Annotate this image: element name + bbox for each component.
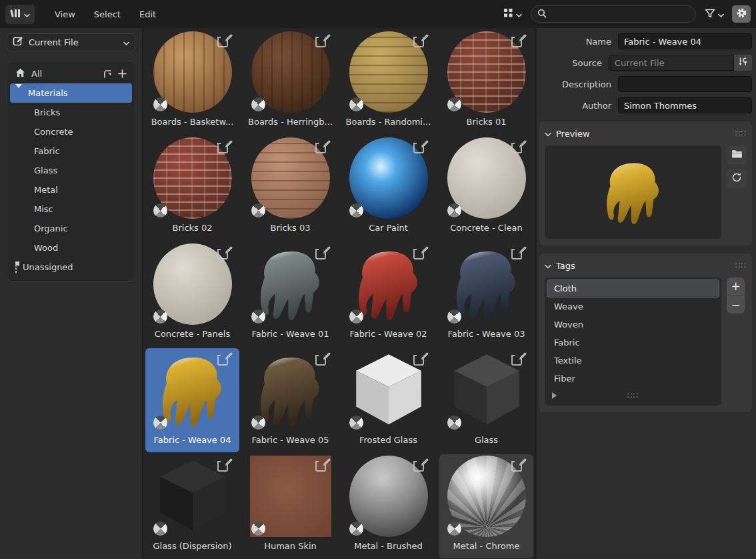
- asset-tile-metal-brushed[interactable]: Metal - Brushed: [341, 454, 435, 558]
- asset-tile-fabric-weave-05[interactable]: Fabric - Weave 05: [243, 348, 337, 452]
- sidebar-item-materials[interactable]: Materials: [10, 83, 132, 103]
- sidebar-item-glass[interactable]: Glass: [10, 161, 132, 180]
- sidebar-item-bricks[interactable]: Bricks: [10, 103, 132, 122]
- current-file-icon: [13, 36, 23, 49]
- asset-name-label: Boards - Basketw...: [145, 117, 239, 127]
- list-resize-grip-icon[interactable]: ∷∷: [627, 391, 639, 400]
- disclosure-triangle-icon[interactable]: [15, 88, 22, 98]
- menubar: ViewSelectEdit: [47, 6, 164, 23]
- filter-button[interactable]: [701, 5, 728, 23]
- thumbnail-grid-icon: [503, 8, 513, 20]
- sidebar-item-concrete[interactable]: Concrete: [10, 122, 132, 141]
- asset-name-label: Fabric - Weave 03: [439, 329, 533, 339]
- sidebar-item-fabric[interactable]: Fabric: [10, 141, 132, 161]
- chevron-down-icon: [545, 261, 551, 271]
- catalog-label: Concrete: [34, 127, 127, 137]
- chevron-down-icon: [123, 37, 129, 47]
- new-catalog-icon[interactable]: [103, 69, 127, 79]
- edit-asset-icon: [413, 351, 428, 366]
- tag-item-woven[interactable]: Woven: [547, 316, 719, 334]
- asset-tile-bricks-03[interactable]: Bricks 03: [243, 136, 337, 240]
- asset-tile-fabric-weave-02[interactable]: Fabric - Weave 02: [341, 242, 435, 346]
- author-field[interactable]: [618, 97, 752, 113]
- menu-select[interactable]: Select: [86, 6, 129, 23]
- generate-preview-button[interactable]: [727, 169, 747, 188]
- field-label: Source: [539, 58, 609, 68]
- edit-asset-icon: [315, 351, 330, 366]
- sidebar-item-unassigned[interactable]: Unassigned: [10, 257, 132, 277]
- field-row-source: Source: [539, 55, 752, 71]
- catalog-label: Glass: [34, 165, 127, 175]
- asset-tile-glass-dispersion[interactable]: Glass (Dispersion): [145, 454, 239, 558]
- sidebar-item-metal[interactable]: Metal: [10, 180, 132, 199]
- sidebar-item-misc[interactable]: Misc: [10, 199, 132, 219]
- menu-view[interactable]: View: [47, 6, 83, 23]
- panel-grip-icon[interactable]: ∷∷: [735, 261, 747, 270]
- edit-asset-icon: [217, 457, 232, 472]
- edit-asset-icon: [413, 457, 428, 472]
- tag-item-textile[interactable]: Textile: [547, 352, 719, 370]
- asset-tile-metal-chrome[interactable]: Metal - Chrome: [439, 454, 533, 558]
- asset-tile-fabric-weave-03[interactable]: Fabric - Weave 03: [439, 242, 533, 346]
- asset-tile-frosted-glass[interactable]: Frosted Glass: [341, 348, 435, 452]
- catalog-label: Wood: [34, 243, 127, 253]
- library-tools-button[interactable]: [734, 55, 752, 71]
- menu-edit[interactable]: Edit: [131, 6, 164, 23]
- search-input[interactable]: [551, 9, 689, 19]
- editor-type-button[interactable]: [5, 5, 35, 24]
- asset-tile-human-skin[interactable]: Human Skin: [243, 454, 337, 558]
- settings-gear-button[interactable]: [732, 5, 751, 23]
- name-field[interactable]: [618, 33, 752, 49]
- expand-list-icon[interactable]: [552, 392, 557, 399]
- description-field[interactable]: [618, 76, 752, 92]
- preview-panel-title: Preview: [556, 129, 731, 139]
- search-field[interactable]: [531, 5, 696, 23]
- edit-asset-icon: [413, 33, 428, 47]
- tag-item-fabric[interactable]: Fabric: [547, 334, 719, 352]
- asset-name-label: Glass (Dispersion): [145, 541, 239, 551]
- edit-asset-icon: [413, 245, 428, 259]
- edit-asset-icon: [511, 33, 526, 47]
- load-custom-preview-button[interactable]: [727, 145, 747, 165]
- sidebar-item-organic[interactable]: Organic: [10, 219, 132, 238]
- panel-grip-icon[interactable]: ∷∷: [735, 129, 747, 138]
- display-mode-button[interactable]: [499, 5, 526, 23]
- catalog-label: Fabric: [34, 146, 127, 156]
- tag-item-fiber[interactable]: Fiber: [547, 370, 719, 388]
- remove-tag-button[interactable]: −: [727, 296, 745, 314]
- source-sidebar: Current File AllMaterialsBricksConcreteF…: [0, 28, 143, 559]
- asset-tile-fabric-weave-04[interactable]: Fabric - Weave 04: [145, 348, 239, 452]
- field-row-name: Name: [539, 33, 752, 49]
- sidebar-item-wood[interactable]: Wood: [10, 238, 132, 257]
- asset-tile-concrete-panels[interactable]: Concrete - Panels: [145, 242, 239, 346]
- asset-tile-boards-herringb[interactable]: Boards - Herringb...: [243, 30, 337, 134]
- edit-asset-icon: [511, 245, 526, 259]
- asset-tile-fabric-weave-01[interactable]: Fabric - Weave 01: [243, 242, 337, 346]
- folder-icon: [731, 149, 743, 161]
- tag-item-cloth[interactable]: Cloth: [547, 280, 719, 298]
- asset-name-label: Bricks 01: [439, 117, 533, 127]
- asset-name-label: Human Skin: [243, 541, 337, 551]
- tag-item-weave[interactable]: Weave: [547, 298, 719, 316]
- edit-asset-icon: [511, 139, 526, 153]
- asset-tile-bricks-02[interactable]: Bricks 02: [145, 136, 239, 240]
- asset-tile-car-paint[interactable]: Car Paint: [341, 136, 435, 240]
- tags-list: ClothWeaveWovenFabricTextileFiber∷∷: [545, 277, 721, 406]
- asset-tile-concrete-clean[interactable]: Concrete - Clean: [439, 136, 533, 240]
- add-tag-button[interactable]: +: [727, 277, 745, 296]
- preview-panel-header[interactable]: Preview ∷∷: [545, 125, 747, 141]
- unassigned-catalog-icon: [15, 262, 17, 272]
- asset-tile-boards-basketw[interactable]: Boards - Basketw...: [145, 30, 239, 134]
- asset-tile-glass[interactable]: Glass: [439, 348, 533, 452]
- source-field[interactable]: [609, 55, 734, 71]
- tags-panel-header[interactable]: Tags ∷∷: [545, 257, 747, 273]
- asset-name-label: Boards - Randomi...: [341, 117, 435, 127]
- field-row-description: Description: [539, 76, 752, 92]
- field-row-author: Author: [539, 97, 752, 113]
- asset-name-label: Bricks 03: [243, 223, 337, 233]
- asset-tile-boards-randomi[interactable]: Boards - Randomi...: [341, 30, 435, 134]
- edit-asset-icon: [217, 33, 232, 47]
- asset-tile-bricks-01[interactable]: Bricks 01: [439, 30, 533, 134]
- sidebar-item-all[interactable]: All: [10, 64, 132, 83]
- asset-library-select[interactable]: Current File: [7, 33, 135, 51]
